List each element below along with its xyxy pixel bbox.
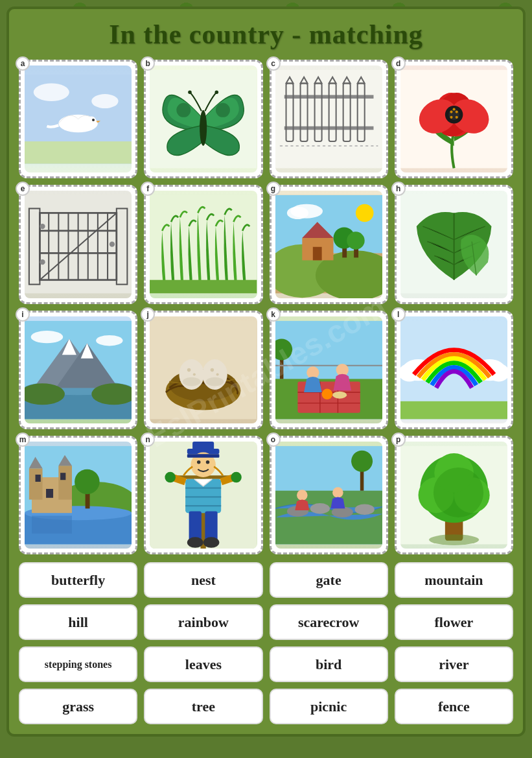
svg-point-160	[351, 451, 373, 472]
card-b: b	[144, 60, 262, 178]
word-nest: nest	[144, 562, 262, 598]
word-grid: butterfly nest gate mountain hill rainbo…	[19, 562, 513, 724]
card-image-flower	[400, 65, 507, 172]
card-letter-k: k	[266, 307, 281, 322]
card-j: j	[144, 311, 262, 429]
word-mountain: mountain	[395, 562, 513, 598]
card-image-rainbow	[400, 316, 507, 423]
card-letter-g: g	[266, 182, 281, 196]
svg-rect-122	[29, 468, 43, 499]
svg-point-167	[434, 468, 483, 517]
svg-point-168	[429, 534, 479, 545]
svg-point-85	[96, 335, 122, 346]
word-flower: flower	[395, 604, 513, 640]
svg-point-149	[187, 537, 203, 548]
card-letter-n: n	[141, 432, 155, 447]
svg-point-131	[75, 469, 100, 494]
card-k: k	[270, 311, 388, 429]
card-m: m	[19, 436, 137, 554]
svg-rect-58	[150, 195, 257, 293]
svg-point-5	[87, 116, 96, 125]
card-letter-h: h	[391, 182, 406, 196]
word-grass: grass	[19, 689, 137, 724]
card-image-tree	[400, 442, 507, 549]
main-container: EslPrintables.com In the country - match…	[6, 6, 526, 737]
card-letter-o: o	[266, 432, 281, 447]
svg-point-94	[193, 373, 196, 375]
svg-rect-128	[46, 489, 53, 498]
svg-point-146	[231, 472, 242, 483]
card-image-village	[25, 442, 132, 549]
card-letter-p: p	[391, 432, 406, 447]
word-tree: tree	[144, 689, 262, 724]
svg-point-6	[92, 119, 95, 121]
svg-point-11	[188, 91, 192, 95]
word-butterfly: butterfly	[19, 562, 137, 598]
card-letter-j: j	[141, 307, 155, 322]
card-a: a	[19, 60, 137, 178]
svg-point-157	[297, 490, 308, 501]
svg-point-145	[165, 472, 176, 483]
card-image-farm	[275, 191, 382, 298]
svg-point-2	[34, 84, 69, 102]
svg-point-95	[211, 368, 214, 372]
svg-point-84	[31, 331, 64, 343]
svg-point-10	[200, 110, 207, 146]
svg-point-110	[332, 391, 347, 398]
card-p: p	[395, 436, 513, 554]
svg-point-3	[91, 94, 118, 108]
svg-rect-136	[192, 442, 214, 453]
card-o: o	[270, 436, 388, 554]
svg-point-40	[455, 116, 457, 119]
svg-rect-66	[312, 247, 321, 261]
svg-point-12	[215, 91, 219, 95]
card-letter-d: d	[391, 56, 406, 71]
svg-point-150	[203, 537, 220, 548]
word-gate: gate	[270, 562, 388, 598]
svg-rect-123	[58, 466, 72, 499]
svg-point-91	[183, 377, 201, 386]
card-letter-i: i	[16, 307, 30, 322]
card-l: l	[395, 311, 513, 429]
svg-point-8	[177, 103, 191, 117]
card-image-bird	[25, 65, 132, 172]
card-h: h	[395, 185, 513, 303]
svg-point-92	[206, 377, 224, 386]
word-picnic: picnic	[270, 689, 388, 724]
card-image-grass	[150, 191, 257, 298]
svg-point-93	[187, 368, 191, 372]
svg-point-158	[332, 487, 343, 498]
word-river: river	[395, 646, 513, 682]
page-title: In the country - matching	[19, 19, 513, 50]
card-c: c	[270, 60, 388, 178]
card-image-leaf	[400, 191, 507, 298]
word-hill: hill	[19, 604, 137, 640]
card-i: i	[19, 311, 137, 429]
image-grid: a	[19, 60, 513, 554]
svg-point-36	[450, 111, 452, 113]
card-image-nest	[150, 316, 257, 423]
word-stepping-stones: stepping stones	[19, 646, 137, 682]
svg-point-73	[286, 207, 308, 219]
card-image-stepping	[275, 442, 382, 549]
card-d: d	[395, 60, 513, 178]
card-letter-a: a	[16, 56, 30, 71]
svg-point-57	[110, 242, 115, 247]
svg-point-109	[321, 388, 332, 399]
card-image-scarecrow	[150, 442, 257, 549]
svg-rect-1	[25, 141, 132, 163]
card-image-butterfly	[150, 65, 257, 172]
svg-point-35	[448, 109, 459, 120]
card-f: f	[144, 185, 262, 303]
svg-rect-129	[32, 515, 72, 534]
svg-point-9	[216, 103, 230, 117]
svg-point-39	[450, 116, 452, 119]
svg-point-96	[216, 373, 219, 375]
svg-point-55	[40, 224, 45, 229]
card-letter-m: m	[16, 432, 30, 447]
svg-rect-59	[150, 280, 257, 294]
svg-point-139	[197, 460, 201, 464]
card-e: e	[19, 185, 137, 303]
svg-point-37	[455, 111, 457, 113]
word-rainbow: rainbow	[144, 604, 262, 640]
